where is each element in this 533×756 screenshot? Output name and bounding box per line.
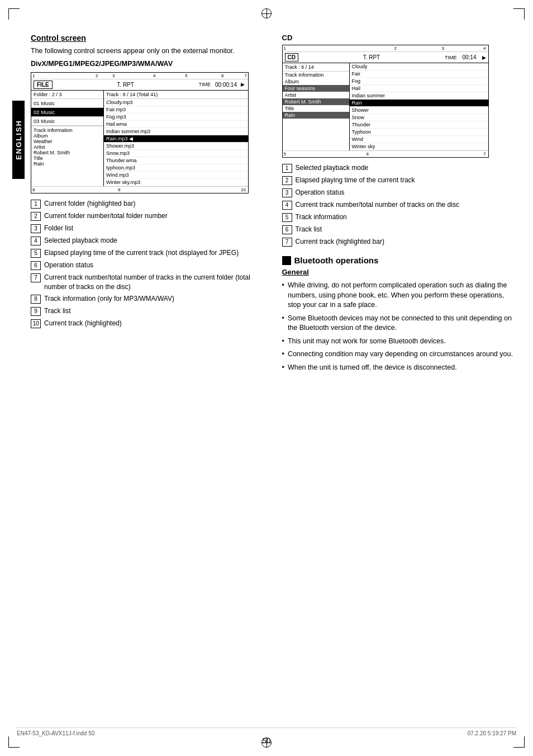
- track-panel: Track : 6 / 14 (Total 41) Cloudy.mp3 Fai…: [104, 91, 248, 186]
- cd-ti-title: Title: [283, 105, 349, 112]
- cd-trpt: T. RPT: [302, 54, 441, 60]
- cd-num-6: 6: [367, 152, 369, 157]
- cd-callout-5-text: Track information: [296, 212, 347, 222]
- page-number: 50: [263, 736, 270, 745]
- left-column: Control screen The following control scr…: [31, 34, 265, 376]
- cd-track-panel: Cloudy Fair Fog Hail Indian summer Rain …: [350, 63, 488, 150]
- cd-track-cloudy: Cloudy: [350, 63, 488, 70]
- file-screen-body: Folder : 2 / 3 01 Music 02 Music 03 Musi…: [31, 91, 248, 186]
- ti-weather: Weather: [34, 139, 101, 144]
- corner-mark-br: [513, 736, 525, 748]
- callout-10: 10 Current track (highlighted): [31, 319, 265, 328]
- corner-mark-bl: [8, 736, 20, 748]
- cd-info-panel: Track : 6 / 14 Track Information Album F…: [283, 63, 350, 150]
- cd-screen-header: CD T. RPT TIME 00:14 ▶: [283, 52, 488, 63]
- cd-track-header: Track : 6 / 14: [283, 63, 349, 72]
- time-label: TIME: [199, 82, 211, 87]
- track-winter: Winter sky.mp3: [104, 179, 248, 186]
- cd-callout-2: 2 Elapsed playing time of the current tr…: [282, 176, 517, 185]
- ti-album: Album: [34, 133, 101, 139]
- cd-callout-4: 4 Current track number/total number of t…: [282, 200, 517, 210]
- bt-bullet-1: While driving, do not perform complicate…: [282, 281, 517, 310]
- track-hail: Hail.wma: [104, 121, 248, 128]
- bluetooth-section: Bluetooth operations General While drivi…: [282, 256, 517, 372]
- bt-bullet-2: Some Bluetooth devices may not be connec…: [282, 314, 517, 333]
- bottom-right-text: 07.2.20 5:19:27 PM: [468, 730, 516, 736]
- bt-bullet-3: This unit may not work for some Bluetoot…: [282, 337, 517, 347]
- cd-callout-1: 1 Selected playback mode: [282, 163, 517, 173]
- track-typhoon: typhoon.mp3: [104, 164, 248, 172]
- ti-artist-val: Robert M. Smith: [34, 150, 101, 155]
- cd-num-2: 2: [394, 46, 397, 51]
- cd-track-thunder: Thunder: [350, 121, 488, 129]
- ti-label: Track Information: [34, 127, 101, 133]
- num-ind-2: 2: [96, 73, 98, 78]
- bottom-bar: EN47-53_KD-AVX11J-f.indd 50 07.2.20 5:19…: [17, 727, 516, 736]
- format-title: DivX/MPEG1/MPEG2/JPEG/MP3/WMA/WAV: [31, 60, 265, 68]
- cd-ti-four-seasons: Four seasons: [283, 85, 349, 92]
- main-content: Control screen The following control scr…: [31, 34, 516, 728]
- file-screen-mockup: 1 2 3 4 5 6 7 FILE T. RPT TIME 00:00:14 …: [31, 72, 249, 193]
- file-callout-list: 1 Current folder (highlighted bar) 2 Cur…: [31, 199, 265, 329]
- bt-bullet-5: When the unit is turned off, the device …: [282, 363, 517, 373]
- registration-mark-top: [261, 8, 272, 18]
- num-ind-4: 4: [153, 73, 155, 78]
- track-shower: Shower.mp3: [104, 143, 248, 150]
- callout-6: 6 Operation status: [31, 261, 265, 270]
- cd-callout-5: 5 Track information: [282, 212, 517, 222]
- play-icon: ▶: [239, 81, 246, 88]
- cd-track-fog: Fog: [350, 78, 488, 85]
- ti-title-val: Rain: [34, 161, 101, 167]
- cd-section-label: CD: [282, 34, 517, 42]
- cd-play-icon: ▶: [482, 55, 486, 60]
- cd-num-4: 4: [483, 46, 486, 51]
- cd-callout-3-text: Operation status: [296, 188, 345, 197]
- cd-track-shower: Shower: [350, 107, 488, 114]
- cd-num-7: 7: [483, 152, 486, 157]
- num-ind-9: 9: [118, 187, 120, 192]
- right-column: CD 1 2 3 4 CD T. RPT TIME 00:14 ▶: [282, 34, 517, 376]
- folder-03: 03 Music: [31, 117, 103, 126]
- cd-num-3: 3: [442, 46, 444, 51]
- track-cloudy: Cloudy.mp3: [104, 99, 248, 106]
- cd-ti-artist-val: Robert M. Smith: [283, 98, 349, 105]
- corner-mark-tl: [8, 8, 20, 20]
- section-title-control-screen: Control screen: [31, 34, 265, 42]
- cd-callout-6: 6 Track list: [282, 225, 517, 234]
- cd-ti-rain: Rain: [283, 112, 349, 119]
- callout-7: 7 Current track number/total number of t…: [31, 273, 265, 292]
- num-ind-8: 8: [32, 187, 35, 192]
- file-label: FILE: [34, 81, 53, 89]
- track-header: Track : 6 / 14 (Total 41): [104, 91, 248, 99]
- num-ind-5: 5: [185, 73, 187, 78]
- cd-track-fair: Fair: [350, 70, 488, 78]
- file-screen-header: FILE T. RPT TIME 00:00:14 ▶: [31, 79, 248, 91]
- num-ind-1: 1: [32, 73, 35, 78]
- bluetooth-icon: [282, 256, 291, 265]
- cd-screen-mockup: 1 2 3 4 CD T. RPT TIME 00:14 ▶ Track : 6…: [282, 45, 489, 158]
- bluetooth-header: Bluetooth operations: [282, 256, 517, 265]
- bottom-left-text: EN47-53_KD-AVX11J-f.indd 50: [17, 730, 94, 736]
- folder-panel: Folder : 2 / 3 01 Music 02 Music 03 Musi…: [31, 91, 104, 186]
- cd-screen-body: Track : 6 / 14 Track Information Album F…: [283, 63, 488, 150]
- track-indian: Indian summer.mp3: [104, 128, 248, 135]
- num-ind-7: 7: [245, 73, 247, 78]
- cd-track-indian: Indian summer: [350, 92, 488, 100]
- track-thunder: Thunder.wma: [104, 157, 248, 164]
- two-column-layout: Control screen The following control scr…: [31, 34, 516, 376]
- cd-track-rain-active: Rain: [350, 100, 488, 107]
- callout-1: 1 Current folder (highlighted bar): [31, 199, 265, 209]
- ti-title: Title: [34, 155, 101, 161]
- num-ind-6: 6: [221, 73, 223, 78]
- track-fair: Fair.mp3: [104, 106, 248, 114]
- cd-num-5: 5: [284, 152, 286, 157]
- cd-ti-artist: Artist: [283, 92, 349, 98]
- intro-text: The following control screens appear onl…: [31, 46, 265, 56]
- track-snow: Snow.mp3: [104, 150, 248, 157]
- cd-time-label: TIME: [445, 55, 457, 60]
- corner-mark-tr: [513, 8, 525, 20]
- track-rain-active: Rain.mp3 ◀: [104, 135, 248, 143]
- callout-2: 2 Current folder number/total folder num…: [31, 211, 265, 221]
- callout-5: 5 Elapsed playing time of the current tr…: [31, 248, 265, 258]
- callout-9: 9 Track list: [31, 306, 265, 316]
